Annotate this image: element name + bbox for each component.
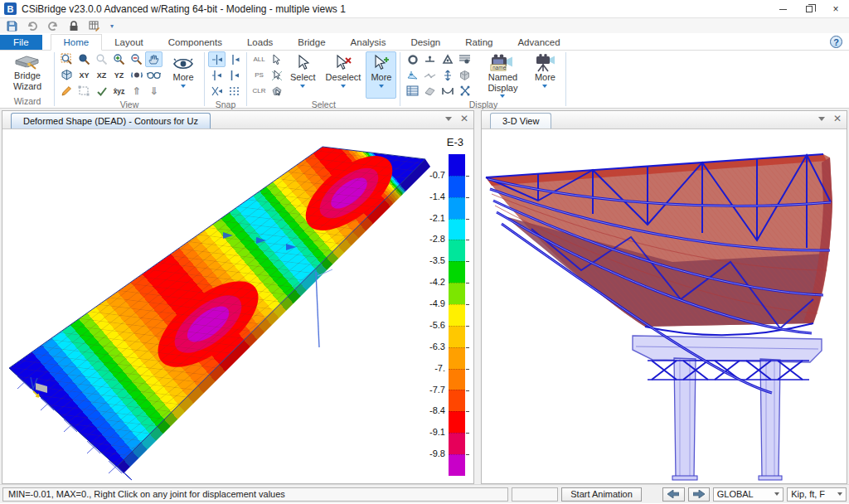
perspective-icon[interactable] [145, 67, 163, 83]
show-tables-icon[interactable] [404, 83, 421, 99]
panel-close-icon[interactable]: ✕ [460, 114, 468, 123]
video-camera-icon: name [488, 54, 517, 72]
select-all-button[interactable]: ALL [250, 51, 268, 67]
show-solids-icon[interactable] [456, 67, 473, 83]
tab-deformed-shape[interactable]: Deformed Shape (DEAD) - Contours for Uz [11, 113, 211, 128]
quick-access-toolbar: ▾ [0, 18, 849, 33]
view-3d-icon[interactable] [58, 67, 75, 83]
crossing-select-icon[interactable] [268, 67, 285, 83]
restore-button[interactable] [796, 0, 822, 18]
select-more-label: More [371, 72, 391, 83]
tab-analysis[interactable]: Analysis [338, 35, 399, 50]
legend-tick-label: -9.1 [429, 427, 445, 437]
view-more-button[interactable]: More [166, 51, 201, 99]
clear-selection-button[interactable]: CLR [250, 83, 268, 99]
tab-file[interactable]: File [0, 35, 42, 50]
select-previous-button[interactable]: PS [250, 67, 268, 83]
zoom-previous-icon[interactable] [93, 51, 110, 67]
show-cables-icon[interactable] [439, 83, 456, 99]
bridge-wizard-label: Bridge Wizard [9, 70, 46, 91]
next-step-button[interactable] [688, 487, 710, 502]
snap-ends-icon[interactable] [226, 51, 243, 67]
save-icon[interactable] [5, 20, 18, 32]
snap-points-icon[interactable] [208, 51, 226, 67]
view-xy-button[interactable]: XY [75, 67, 93, 83]
tab-components[interactable]: Components [156, 35, 235, 50]
show-joint-assigns-icon[interactable] [404, 67, 421, 83]
tab-advanced[interactable]: Advanced [505, 35, 572, 50]
start-animation-button[interactable]: Start Animation [561, 487, 642, 502]
help-icon[interactable]: ? [830, 36, 842, 48]
check-icon[interactable] [93, 83, 110, 99]
tab-design[interactable]: Design [398, 35, 453, 50]
undo-icon[interactable] [26, 20, 39, 32]
legend-band [449, 283, 465, 304]
show-load-assigns-icon[interactable] [439, 67, 456, 83]
pointer-select-icon[interactable] [268, 51, 285, 67]
panel-menu-icon[interactable] [818, 117, 825, 121]
show-eraser-icon[interactable] [421, 83, 439, 99]
bridge-wizard-button[interactable]: Bridge Wizard [4, 51, 51, 92]
coordinate-system-dropdown[interactable]: GLOBAL [713, 487, 784, 502]
move-up-icon[interactable]: ⇑ [128, 83, 145, 99]
show-frame-assigns-icon[interactable] [421, 67, 439, 83]
left-arrow-icon [667, 490, 679, 498]
right-arrow-icon [693, 490, 705, 498]
three-d-view[interactable] [482, 129, 847, 483]
deselect-cursor-icon [334, 54, 352, 72]
snap-perpendicular-icon[interactable] [208, 83, 226, 99]
panel-close-icon[interactable]: ✕ [833, 114, 842, 123]
zoom-in-icon[interactable] [110, 51, 128, 67]
zoom-window-icon[interactable] [58, 51, 75, 67]
panel-splitter[interactable] [474, 110, 481, 484]
set-limits-icon[interactable] [75, 83, 93, 99]
bridge-wizard-icon [13, 54, 41, 70]
tab-home[interactable]: Home [51, 34, 103, 51]
draw-icon[interactable] [58, 83, 75, 99]
show-links-icon[interactable] [456, 83, 473, 99]
panel-menu-icon[interactable] [445, 117, 452, 121]
tab-rating[interactable]: Rating [453, 35, 505, 50]
move-down-icon[interactable]: ⇓ [145, 83, 163, 99]
units-dropdown[interactable]: Kip, ft, F [787, 487, 847, 502]
close-button[interactable]: × [822, 0, 849, 18]
tab-3d-view[interactable]: 3-D View [490, 113, 551, 128]
show-joints-icon[interactable] [404, 51, 421, 67]
redo-icon[interactable] [46, 20, 60, 32]
snap-grid-icon[interactable] [226, 83, 243, 99]
select-more-button[interactable]: More [366, 51, 396, 99]
deselect-button[interactable]: Deselect [321, 51, 366, 99]
snap-intersections-icon[interactable] [226, 67, 243, 83]
contour-view[interactable]: E-3 -0.7-1.4-2.1-2.8-3.5-4.2-4.9-5.6-6.3… [2, 129, 473, 483]
named-display-button[interactable]: name Named Display [478, 51, 527, 99]
tab-loads[interactable]: Loads [235, 35, 285, 50]
previous-step-button[interactable] [662, 487, 684, 502]
legend-tick-label: -7. [434, 363, 445, 373]
zoom-extents-icon[interactable] [75, 51, 93, 67]
tab-bridge[interactable]: Bridge [285, 35, 337, 50]
polygon-select-icon[interactable] [268, 83, 285, 99]
display-more-button[interactable]: More [527, 51, 562, 99]
show-areas-icon[interactable] [439, 51, 456, 67]
view-yz-button[interactable]: YZ [110, 67, 128, 83]
minimize-button[interactable] [769, 0, 796, 18]
show-axes-icon[interactable]: x̂yz̲ [110, 83, 128, 99]
wizard-group-caption: Wizard [4, 95, 51, 108]
snap-midpoints-icon[interactable] [208, 67, 226, 83]
show-frames-icon[interactable] [421, 51, 439, 67]
ribbon-group-snap: Snap [206, 51, 245, 108]
customize-quick-access-icon[interactable]: ▾ [110, 22, 114, 30]
interactive-database-icon[interactable] [88, 20, 101, 32]
view-xz-button[interactable]: XZ [93, 67, 110, 83]
show-misc-assigns-icon[interactable] [456, 51, 473, 67]
zoom-out-icon[interactable] [128, 51, 145, 67]
named-display-label: Named Display [483, 72, 522, 93]
select-button[interactable]: Select [285, 51, 321, 99]
title-bar: B CSiBridge v23.0.0 Advanced w/Rating 64… [0, 0, 849, 18]
rotate-3d-icon[interactable] [128, 67, 145, 83]
video-camera-tripod-icon [532, 54, 557, 72]
lock-icon[interactable] [67, 20, 80, 32]
tab-layout[interactable]: Layout [102, 35, 156, 50]
ribbon-group-wizard: Bridge Wizard Wizard [2, 51, 53, 108]
pan-icon[interactable] [145, 51, 163, 67]
